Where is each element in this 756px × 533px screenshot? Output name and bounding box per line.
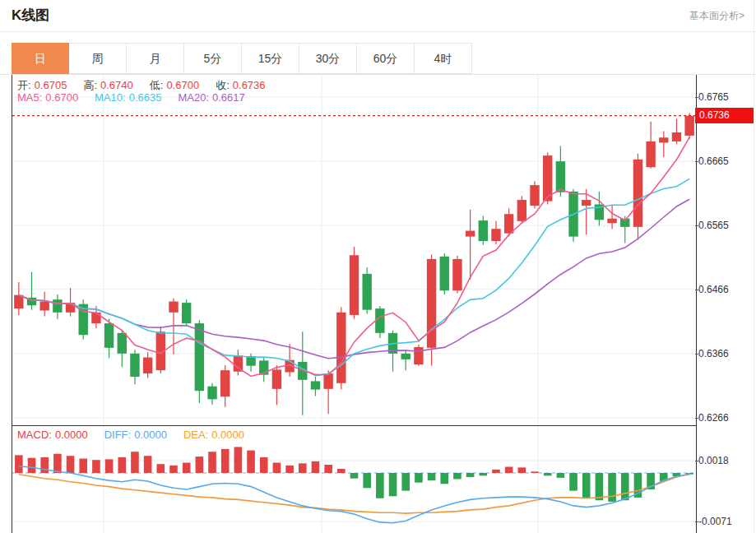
macd-hist-bar <box>596 473 604 500</box>
macd-hist-bar <box>582 473 591 498</box>
tab-月[interactable]: 月 <box>126 44 183 73</box>
legend-item: 开:0.6705 <box>17 79 70 91</box>
macd-plot[interactable] <box>12 426 696 533</box>
legend-item: DIFF:0.0000 <box>104 429 170 441</box>
macd-hist-bar <box>208 452 216 473</box>
candle-down <box>104 323 114 348</box>
legend-item: 低:0.6700 <box>150 79 202 91</box>
macd-hist-bar <box>324 465 332 473</box>
macd-hist-bar <box>376 473 384 498</box>
candle-down <box>556 161 565 192</box>
candle-up <box>646 141 655 167</box>
candle-up <box>39 302 49 311</box>
candle-up <box>491 229 500 241</box>
macd-hist-bar <box>79 459 87 473</box>
candle-up <box>517 200 526 221</box>
macd-hist-bar <box>531 471 539 473</box>
macd-hist-bar <box>260 457 268 473</box>
macd-hist-bar <box>169 466 178 473</box>
tab-日[interactable]: 日 <box>12 43 69 74</box>
candle-up <box>427 259 436 348</box>
candle-down <box>118 333 127 354</box>
candle-down <box>311 381 320 389</box>
macd-hist-bar <box>363 473 371 488</box>
candle-up <box>272 369 281 388</box>
macd-hist-bar <box>401 473 410 491</box>
macd-hist-bar <box>312 461 320 473</box>
macd-hist-bar <box>621 473 629 500</box>
macd-hist-bar <box>350 473 359 479</box>
macd-legend: MACD:0.0000DIFF:0.0000DEA:0.0000 <box>17 429 261 441</box>
main-price-chart[interactable]: 开:0.6705高:0.6740低:0.6700收:0.6736 MA5:0.6… <box>12 75 697 426</box>
macd-hist-bar <box>479 473 487 475</box>
macd-hist-bar <box>92 460 100 473</box>
macd-hist-bar <box>15 455 23 473</box>
candle-down <box>375 308 384 333</box>
legend-item: MA10:0.6635 <box>95 91 165 104</box>
last-price-tag: 0.6736 <box>695 108 754 123</box>
macd-hist-bar <box>183 463 191 473</box>
legend-item: 高:0.6740 <box>83 79 136 91</box>
macd-hist-bar <box>285 466 294 473</box>
candle-up <box>504 214 513 233</box>
page-right-edge <box>754 0 754 533</box>
candle-up <box>452 259 461 290</box>
axis-tick-label: 0.0018 <box>698 455 729 466</box>
candle-down <box>130 354 139 377</box>
axis-tick-label: 0.6466 <box>698 284 729 295</box>
axis-tick-label: 0.6366 <box>698 348 729 359</box>
tab-15分[interactable]: 15分 <box>241 44 299 73</box>
ma-legend: MA5:0.6700MA10:0.6635MA20:0.6617 <box>17 91 262 104</box>
candle-up <box>607 219 616 223</box>
period-tabs: 日周月5分15分30分60分4时 <box>12 43 472 74</box>
legend-item: 收:0.6736 <box>216 79 268 91</box>
tab-5分[interactable]: 5分 <box>183 44 241 73</box>
candle-up <box>169 302 178 313</box>
candle-up <box>220 370 230 396</box>
candlestick-plot[interactable] <box>12 75 696 425</box>
tab-周[interactable]: 周 <box>68 44 126 73</box>
legend-item: DEA:0.0000 <box>183 429 248 441</box>
macd-hist-bar <box>440 473 448 484</box>
axis-tick-label: 0.6565 <box>698 220 729 231</box>
candle-down <box>479 220 488 241</box>
tab-30分[interactable]: 30分 <box>299 44 356 73</box>
macd-hist-bar <box>569 473 577 491</box>
macd-hist-bar <box>131 452 139 473</box>
legend-item: MA5:0.6700 <box>17 91 81 104</box>
macd-hist-bar <box>247 451 255 473</box>
macd-hist-bar <box>389 473 397 496</box>
macd-hist-bar <box>273 463 281 473</box>
candle-down <box>182 303 191 323</box>
candle-up <box>414 347 423 364</box>
candle-up <box>336 313 346 383</box>
macd-hist-bar <box>67 456 75 473</box>
tab-60分[interactable]: 60分 <box>356 44 414 73</box>
axis-tick-label: 0.6765 <box>698 91 729 103</box>
macd-hist-bar <box>505 467 513 473</box>
macd-hist-bar <box>428 473 436 480</box>
macd-hist-bar <box>221 449 230 473</box>
candle-up <box>530 185 539 206</box>
candle-down <box>440 257 449 290</box>
macd-hist-bar <box>28 458 36 473</box>
macd-hist-bar <box>492 470 500 473</box>
candle-up <box>659 137 668 142</box>
macd-hist-bar <box>144 456 152 473</box>
candle-up <box>633 160 642 227</box>
macd-hist-bar <box>105 459 114 473</box>
axis-tick-label: 0.6665 <box>698 155 729 167</box>
macd-hist-bar <box>557 473 565 478</box>
axis-tick-label: 0.6266 <box>698 412 729 424</box>
kline-chart-app: K线图 基本面分析> 日周月5分15分30分60分4时 开:0.6705高:0.… <box>0 0 756 533</box>
tab-4时[interactable]: 4时 <box>414 44 471 73</box>
candle-up <box>323 373 332 389</box>
macd-hist-bar <box>518 467 526 473</box>
macd-hist-bar <box>53 454 62 473</box>
header-divider <box>0 31 756 32</box>
fundamental-analysis-link[interactable]: 基本面分析> <box>689 9 744 23</box>
candle-up <box>14 295 23 308</box>
candle-down <box>53 299 62 313</box>
candle-down <box>207 387 216 400</box>
macd-chart[interactable]: MACD:0.0000DIFF:0.0000DEA:0.0000 <box>12 426 697 533</box>
